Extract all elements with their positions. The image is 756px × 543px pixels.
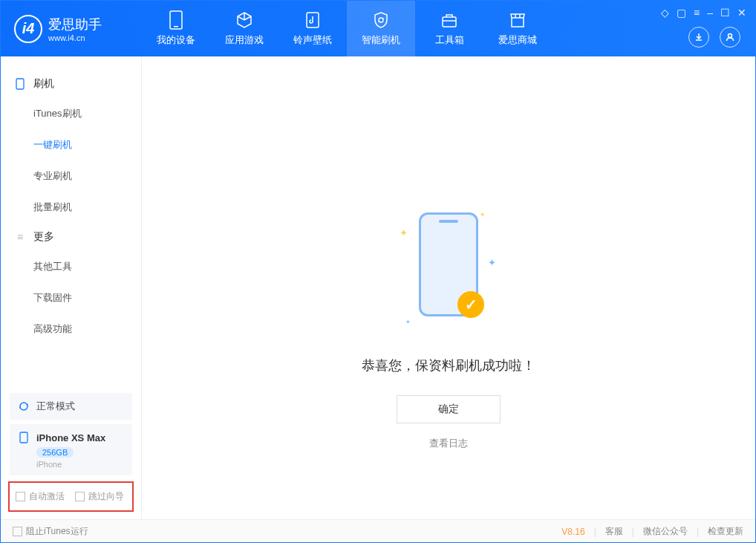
logo-text: 爱思助手 www.i4.cn — [48, 16, 102, 42]
sparkle-icon: ✦ — [405, 319, 411, 325]
svg-rect-3 — [443, 17, 456, 27]
separator: | — [697, 527, 699, 537]
download-button[interactable] — [688, 27, 709, 48]
device-type: iPhone — [36, 460, 125, 469]
close-icon[interactable]: ✕ — [737, 7, 746, 19]
sidebar-item-itunes-flash[interactable]: iTunes刷机 — [1, 98, 141, 129]
tab-ringtones-wallpapers[interactable]: 铃声壁纸 — [278, 1, 347, 56]
shield-sync-icon — [371, 10, 391, 30]
tab-toolbox[interactable]: 工具箱 — [415, 1, 483, 56]
success-area: ✦ ✦ ✦ ✦ ✓ 恭喜您，保资料刷机成功啦！ 确定 查看日志 — [142, 205, 755, 450]
tab-label: 爱思商城 — [498, 33, 537, 47]
app-header: i4 爱思助手 www.i4.cn 我的设备 应用游戏 铃声壁纸 智能刷机 工具… — [1, 1, 755, 56]
separator: | — [594, 527, 596, 537]
minimize-icon[interactable]: – — [707, 7, 713, 19]
wechat-link[interactable]: 微信公众号 — [643, 525, 688, 538]
svg-rect-6 — [20, 432, 27, 443]
cube-icon — [235, 10, 254, 30]
menu-icon[interactable]: ≡ — [694, 7, 700, 19]
app-subtitle: www.i4.cn — [48, 33, 102, 42]
nav-tabs: 我的设备 应用游戏 铃声壁纸 智能刷机 工具箱 爱思商城 — [142, 1, 552, 56]
svg-rect-1 — [174, 26, 178, 27]
checkbox-box — [16, 492, 25, 501]
section-title: 更多 — [33, 230, 54, 244]
logo-area: i4 爱思助手 www.i4.cn — [1, 15, 142, 43]
device-name: iPhone XS Max — [36, 432, 105, 443]
sidebar-section-more: ≡ 更多 — [1, 223, 141, 251]
checkbox-auto-activate[interactable]: 自动激活 — [16, 490, 65, 503]
mode-label: 正常模式 — [36, 400, 75, 413]
sparkle-icon: ✦ — [400, 227, 408, 238]
footer: 阻止iTunes运行 V8.16 | 客服 | 微信公众号 | 检查更新 — [1, 519, 755, 543]
checkbox-box — [13, 527, 22, 536]
maximize-icon[interactable]: ☐ — [720, 7, 730, 19]
svg-rect-5 — [16, 79, 24, 89]
separator: | — [632, 527, 634, 537]
account-button[interactable] — [720, 27, 740, 48]
device-mode-row[interactable]: 正常模式 — [10, 393, 132, 420]
footer-right: V8.16 | 客服 | 微信公众号 | 检查更新 — [561, 525, 743, 538]
success-message: 恭喜您，保资料刷机成功啦！ — [362, 357, 535, 374]
checkbox-box — [75, 492, 85, 501]
highlighted-options-box: 自动激活 跳过向导 — [8, 481, 134, 512]
body: 刷机 iTunes刷机 一键刷机 专业刷机 批量刷机 ≡ 更多 其他工具 下载固… — [1, 56, 755, 519]
device-panel: 正常模式 iPhone XS Max 256GB iPhone 自动激活 跳过向… — [1, 388, 141, 519]
svg-point-4 — [729, 34, 732, 38]
sidebar-item-pro-flash[interactable]: 专业刷机 — [1, 160, 141, 192]
tab-smart-flash[interactable]: 智能刷机 — [347, 1, 415, 56]
ok-button[interactable]: 确定 — [397, 395, 501, 423]
checkbox-block-itunes[interactable]: 阻止iTunes运行 — [13, 525, 88, 538]
feedback-icon[interactable]: ▢ — [677, 7, 686, 19]
phone-icon — [17, 431, 30, 444]
checkbox-label: 自动激活 — [29, 490, 65, 503]
sparkle-icon: ✦ — [480, 211, 486, 218]
section-title: 刷机 — [33, 77, 54, 91]
store-icon — [508, 10, 527, 30]
tab-label: 应用游戏 — [225, 33, 264, 47]
checkbox-label: 阻止iTunes运行 — [26, 525, 88, 538]
tab-apps-games[interactable]: 应用游戏 — [210, 1, 278, 56]
device-storage: 256GB — [36, 447, 74, 458]
logo-icon: i4 — [14, 15, 42, 43]
view-log-link[interactable]: 查看日志 — [429, 437, 468, 450]
support-link[interactable]: 客服 — [605, 525, 623, 538]
version-label: V8.16 — [561, 527, 584, 537]
sidebar-item-other-tools[interactable]: 其他工具 — [1, 251, 141, 282]
connected-device-row[interactable]: iPhone XS Max 256GB iPhone — [10, 424, 132, 475]
sidebar-item-advanced[interactable]: 高级功能 — [1, 313, 141, 345]
header-right-actions — [688, 27, 740, 48]
list-icon: ≡ — [14, 231, 26, 243]
device-icon — [14, 78, 26, 90]
checkmark-badge-icon: ✓ — [457, 291, 484, 318]
music-file-icon — [303, 10, 322, 30]
sidebar-item-download-firmware[interactable]: 下载固件 — [1, 282, 141, 313]
success-illustration: ✦ ✦ ✦ ✦ ✓ — [397, 205, 501, 339]
app-title: 爱思助手 — [48, 16, 102, 33]
tab-my-device[interactable]: 我的设备 — [142, 1, 210, 56]
window-controls: ◇ ▢ ≡ – ☐ ✕ — [661, 7, 746, 19]
checkbox-label: 跳过向导 — [88, 490, 124, 503]
phone-icon — [166, 10, 186, 30]
tab-label: 铃声壁纸 — [293, 33, 332, 47]
main-content: ✦ ✦ ✦ ✦ ✓ 恭喜您，保资料刷机成功啦！ 确定 查看日志 — [142, 56, 755, 519]
sparkle-icon: ✦ — [488, 257, 496, 268]
tab-label: 我的设备 — [157, 33, 195, 47]
sidebar-item-oneclick-flash[interactable]: 一键刷机 — [1, 129, 141, 160]
sidebar: 刷机 iTunes刷机 一键刷机 专业刷机 批量刷机 ≡ 更多 其他工具 下载固… — [1, 56, 142, 519]
toolbox-icon — [440, 10, 459, 30]
tab-label: 工具箱 — [435, 33, 464, 47]
sync-icon — [17, 400, 30, 413]
sidebar-section-flash: 刷机 — [1, 70, 141, 98]
tab-label: 智能刷机 — [362, 33, 400, 47]
check-update-link[interactable]: 检查更新 — [708, 525, 743, 538]
tab-store[interactable]: 爱思商城 — [483, 1, 552, 56]
checkbox-skip-guide[interactable]: 跳过向导 — [75, 490, 124, 503]
skin-icon[interactable]: ◇ — [661, 7, 669, 19]
sidebar-item-batch-flash[interactable]: 批量刷机 — [1, 192, 141, 223]
